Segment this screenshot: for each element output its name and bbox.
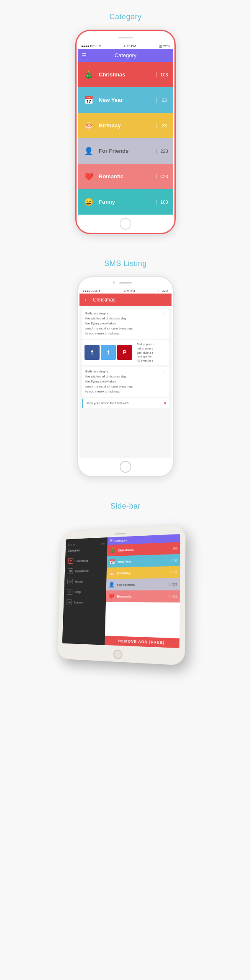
favourite-label: Favourite [75,559,88,562]
sms-screen: ●●●● BELL ▾ 4:21 PM ◫ 22% ← Christmas ♡ … [79,288,172,458]
sidebar-title: Side-bar [110,502,141,511]
sms-header-title: Christmas [93,297,115,303]
speaker-bar-3 [115,533,126,534]
romantic-icon: ❤️ [83,171,95,182]
logout-icon: ↪ [67,599,72,605]
sidebar-item-help[interactable]: ? Help [64,587,106,597]
about-icon: ⓘ [67,579,73,584]
sms-text-1: Bells are ringing the wishes of christma… [85,311,166,336]
sms-message-list: ♡ Bells are ringing the wishes of christ… [79,306,172,458]
heart-icon-2[interactable]: ♡ [163,369,166,375]
category-item-romantic[interactable]: ❤️ Romantic 423 [78,164,173,189]
sidebar-item-logout[interactable]: ↪ Logout [64,598,106,608]
sms-message-2[interactable]: ♡ Bells are ringing the wishes of christ… [82,367,169,397]
sidebar-item-favourite[interactable]: ❤ Favourite [65,555,107,566]
funny-label: Funny [99,199,156,205]
about-label: About [75,580,83,583]
sms-phone-frame: ●●●● BELL ▾ 4:21 PM ◫ 22% ← Christmas ♡ … [77,276,174,477]
sidebar-screen: ●●● BELL 22% Category ❤ Favourite ✉ Feed… [62,534,180,648]
content-birthday[interactable]: 🎂 Birthday 23 [106,566,180,579]
logout-label: Logout [74,600,83,604]
content-christmas-icon: 🎄 [110,547,115,553]
birthday-icon: 🎂 [83,120,95,132]
content-christmas-count: 103 [170,547,177,550]
christmas-icon: 🎄 [83,69,95,81]
time-display: 4:21 PM [124,44,136,48]
sms-message-1[interactable]: ♡ Bells are ringing the wishes of christ… [82,309,169,339]
social-icons-group: f t P [82,340,135,365]
content-newyear[interactable]: 📅 New Year 53 [107,554,180,568]
pinterest-share-button[interactable]: P [117,345,132,360]
category-title: Category [109,13,141,21]
header-title: Category [115,52,137,58]
sidebar-item-about[interactable]: ⓘ About [64,576,107,586]
sms-text-3: May your world be filled with [87,401,166,406]
remove-ads-label: REMOVE ADS (FREE) [118,639,165,645]
newyear-icon: 📅 [83,94,95,106]
sidebar-phone-body: ●●● BELL 22% Category ❤ Favourite ✉ Feed… [57,525,186,666]
funny-count: 103 [156,200,168,205]
camera-dot-2 [113,281,115,284]
sms-status-bar: ●●●● BELL ▾ 4:21 PM ◫ 22% [79,288,172,294]
category-item-friends[interactable]: 👤 For Friends 223 [78,138,173,164]
sidebar-section: Side-bar ●●● BELL 22% Category ❤ Favouri… [0,485,251,678]
heart-icon-3[interactable]: ♥ [164,400,166,406]
phone-screen: ●●●● BELL ▾ 4:21 PM ◫ 22% ☰ Category 🎄 C… [78,43,173,215]
sms-listing-title: SMS Listing [104,259,147,268]
content-romantic[interactable]: ❤️ Romantic 423 [106,590,180,603]
sms-header: ← Christmas [79,294,172,306]
speaker-bar-2 [119,282,132,284]
content-birthday-count: 23 [171,571,177,574]
sms-message-3[interactable]: ♥ May your world be filled with [82,398,169,408]
sms-social-text: Sed ut perspnatus error stium dolore rre… [135,340,169,365]
sidebar-panel: ●●● BELL 22% Category ❤ Favourite ✉ Feed… [62,537,108,645]
funny-icon: 😄 [83,196,95,208]
content-friends[interactable]: 👤 For Friends 223 [106,578,180,591]
newyear-label: New Year [99,97,156,103]
app-header: ☰ Category [78,49,173,62]
sms-signal: ●●●● BELL ▾ [83,289,100,293]
back-arrow-icon[interactable]: ← [84,296,90,303]
birthday-count: 23 [156,123,168,128]
home-button-3[interactable] [113,650,123,660]
sidebar-item-feedback[interactable]: ✉ Feedback [65,566,107,576]
speaker-bar [118,37,133,38]
content-newyear-count: 53 [172,559,177,562]
content-christmas-label: Christmas [118,547,170,552]
category-item-funny[interactable]: 😄 Funny 103 [78,189,173,215]
content-romantic-count: 423 [169,595,177,598]
sidebar-signal: ●●● BELL [68,543,78,546]
content-category-list: 🎄 Christmas 103 📅 New Year 53 🎂 Birthday [105,542,180,638]
sms-time: 4:21 PM [124,290,135,293]
menu-icon[interactable]: ☰ [82,53,87,58]
content-birthday-icon: 🎂 [109,570,115,576]
friends-count: 223 [156,149,168,154]
content-friends-icon: 👤 [109,582,115,587]
category-item-christmas[interactable]: 🎄 Christmas 103 [78,62,173,87]
feedback-icon: ✉ [68,568,73,574]
category-item-birthday[interactable]: 🎂 Birthday 23 [78,113,173,138]
sms-text-2: Bells are ringing the wishes of christma… [85,369,166,394]
content-header-title: Category [114,539,127,543]
sidebar-phone-wrapper: ●●● BELL 22% Category ❤ Favourite ✉ Feed… [33,519,218,661]
feedback-label: Feedback [75,569,89,573]
home-button[interactable] [120,218,131,230]
remove-ads-bar[interactable]: REMOVE ADS (FREE) [105,636,179,648]
content-romantic-icon: ❤️ [108,593,115,599]
birthday-label: Birthday [99,122,156,129]
christmas-label: Christmas [99,71,156,78]
content-birthday-label: Birthday [117,570,171,575]
romantic-label: Romantic [99,173,156,180]
home-button-2[interactable] [120,461,131,473]
content-friends-label: For Friends [117,582,170,587]
category-item-newyear[interactable]: 📅 New Year 53 [78,87,173,113]
facebook-share-button[interactable]: f [85,345,100,360]
twitter-share-button[interactable]: t [101,345,116,360]
sms-listing-section: SMS Listing ●●●● BELL ▾ 4:21 PM ◫ 22% ← … [0,243,251,485]
sidebar-battery: 22% [100,542,105,545]
category-list: 🎄 Christmas 103 📅 New Year 53 🎂 Birthday… [78,62,173,215]
heart-icon-1[interactable]: ♡ [163,311,166,317]
favourite-icon: ❤ [68,558,74,564]
friends-icon: 👤 [83,145,95,157]
content-panel: ☰ Category 🎄 Christmas 103 📅 New Year 53 [105,534,180,648]
